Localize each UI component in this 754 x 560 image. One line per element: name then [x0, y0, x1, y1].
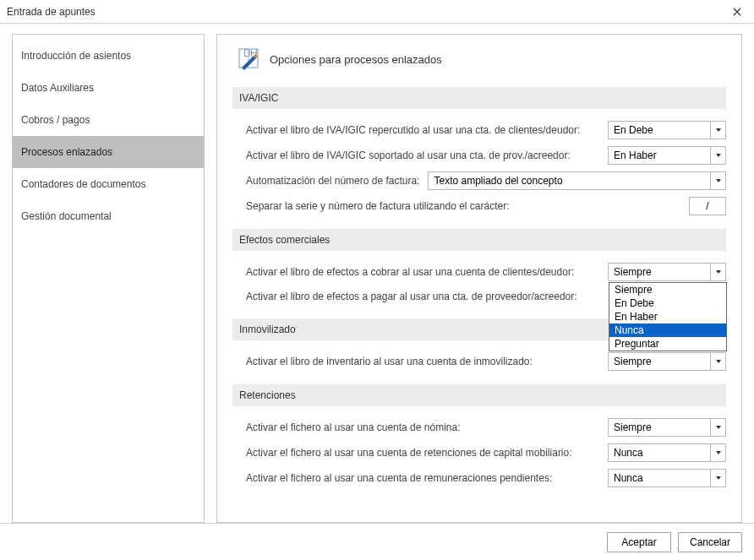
- footer: Aceptar Cancelar: [0, 523, 754, 560]
- titlebar: Entrada de apuntes: [0, 0, 754, 24]
- label-capital: Activar el fichero al usar una cuenta de…: [246, 447, 608, 459]
- select-nomina[interactable]: Siempre: [608, 418, 726, 437]
- select-automatizacion[interactable]: Texto ampliado del concepto: [428, 171, 726, 190]
- chevron-down-icon: [710, 122, 725, 139]
- chevron-down-icon: [710, 353, 725, 370]
- chevron-down-icon: [710, 419, 725, 436]
- close-button[interactable]: [720, 0, 754, 24]
- label-nomina: Activar el fichero al usar una cuenta de…: [246, 421, 608, 433]
- page-title: Opciones para procesos enlazados: [270, 53, 442, 66]
- dropdown-option[interactable]: Nunca: [609, 323, 726, 337]
- chevron-down-icon: [710, 172, 725, 189]
- window-title: Entrada de apuntes: [7, 6, 96, 18]
- dropdown-option[interactable]: En Debe: [609, 296, 726, 310]
- select-value: Siempre: [614, 421, 652, 433]
- main-panel: D H Opciones para procesos enlazados IVA…: [216, 34, 742, 523]
- dropdown-list[interactable]: SiempreEn DebeEn HaberNuncaPreguntar: [609, 282, 727, 351]
- sidebar-item-cobros-pagos[interactable]: Cobros / pagos: [13, 104, 204, 136]
- chevron-down-icon: [710, 147, 725, 164]
- label-efectos-cobrar: Activar el libro de efectos a cobrar al …: [246, 266, 608, 278]
- sidebar-item-datos-auxiliares[interactable]: Datos Auxiliares: [13, 72, 204, 104]
- input-separador[interactable]: [689, 197, 726, 215]
- section-retenciones-header: Retenciones: [232, 384, 726, 406]
- select-value: Texto ampliado del concepto: [434, 175, 562, 187]
- sidebar-item-procesos-enlazados[interactable]: Procesos enlazados: [13, 136, 204, 168]
- chevron-down-icon: [710, 470, 725, 487]
- chevron-down-icon: [710, 264, 725, 280]
- select-value: Siempre: [614, 266, 652, 278]
- label-efectos-pagar: Activar el libro de efectos a pagar al u…: [246, 291, 608, 302]
- section-efectos-header: Efectos comerciales: [232, 229, 726, 251]
- label-remuneraciones: Activar el fichero al usar una cuenta de…: [246, 472, 608, 484]
- close-icon: [733, 8, 741, 16]
- sidebar-item-contadores[interactable]: Contadores de documentos: [13, 168, 204, 200]
- label-iva-soportado: Activar el libro de IVA/IGIC soportado a…: [246, 150, 608, 161]
- select-remuneraciones[interactable]: Nunca: [608, 469, 726, 487]
- label-inventario: Activar el libro de inventario al usar u…: [246, 356, 608, 367]
- sidebar-item-gestion-documental[interactable]: Gestión documental: [13, 200, 204, 232]
- select-value: Nunca: [614, 447, 643, 459]
- select-inventario[interactable]: Siempre: [608, 352, 726, 371]
- cancel-button[interactable]: Cancelar: [678, 532, 742, 552]
- dropdown-option[interactable]: Preguntar: [609, 337, 726, 351]
- section-iva-header: IVA/IGIC: [232, 87, 726, 109]
- label-iva-repercutido: Activar el libro de IVA/IGIC repercutido…: [246, 124, 608, 136]
- dropdown-option[interactable]: En Haber: [609, 310, 726, 323]
- select-iva-repercutido[interactable]: En Debe: [608, 121, 726, 139]
- accept-button[interactable]: Aceptar: [607, 532, 671, 552]
- label-automatizacion: Automatización del número de factura:: [246, 175, 419, 187]
- label-separar: Separar la serie y número de factura uti…: [246, 200, 689, 212]
- select-value: Siempre: [614, 356, 652, 367]
- page-icon: D H: [236, 46, 261, 72]
- select-capital[interactable]: Nunca: [608, 443, 726, 462]
- select-iva-soportado[interactable]: En Haber: [608, 146, 726, 165]
- sidebar: Introducción de asientos Datos Auxiliare…: [12, 34, 205, 523]
- dropdown-option[interactable]: Siempre: [609, 283, 726, 296]
- select-value: En Debe: [614, 124, 653, 136]
- select-efectos-cobrar[interactable]: Siempre: [608, 263, 726, 281]
- sidebar-item-introduccion[interactable]: Introducción de asientos: [13, 40, 204, 72]
- chevron-down-icon: [710, 444, 725, 461]
- select-value: Nunca: [614, 472, 643, 484]
- select-value: En Haber: [614, 150, 657, 161]
